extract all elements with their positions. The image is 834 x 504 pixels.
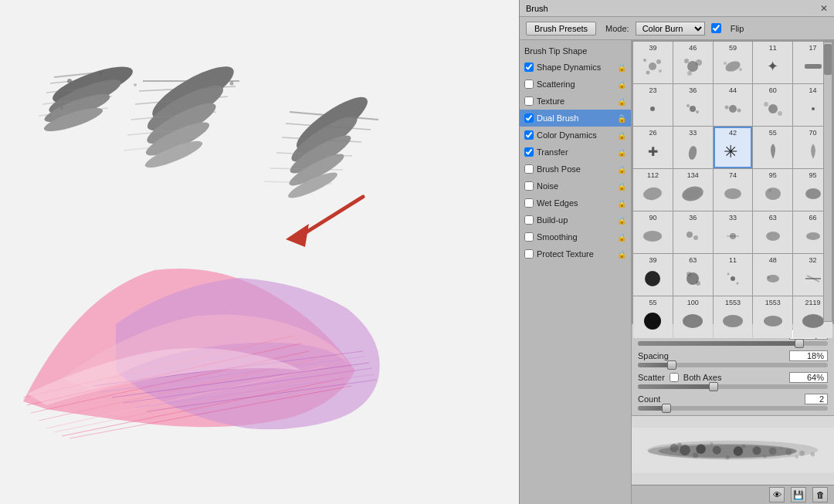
svg-point-67: [739, 68, 742, 71]
svg-text:✦: ✦: [767, 59, 778, 74]
count-slider-track[interactable]: [638, 406, 828, 411]
brush-cell[interactable]: 36: [673, 84, 713, 126]
scatter-value: 64%: [789, 372, 828, 383]
both-axes-checkbox[interactable]: [670, 373, 679, 382]
size-slider-thumb[interactable]: [795, 339, 804, 348]
brush-cell[interactable]: 134: [673, 169, 713, 211]
svg-point-120: [680, 445, 690, 456]
svg-point-113: [764, 316, 782, 326]
lock-icon: 🔒: [617, 63, 626, 72]
svg-rect-69: [805, 64, 822, 69]
scatter-slider-thumb[interactable]: [709, 382, 718, 391]
brush-cell[interactable]: 39: [633, 42, 673, 83]
save-button[interactable]: 💾: [791, 487, 806, 502]
spacing-slider-thumb[interactable]: [667, 360, 676, 370]
brush-cell[interactable]: 74: [714, 169, 753, 211]
lock-icon: 🔒: [617, 131, 626, 140]
grid-scrollbar[interactable]: [823, 42, 832, 322]
svg-point-80: [812, 107, 815, 110]
option-texture[interactable]: Texture 🔒: [520, 93, 631, 110]
svg-point-97: [806, 232, 820, 240]
svg-point-106: [767, 276, 770, 279]
brush-cell[interactable]: 11: [714, 254, 753, 296]
brush-cell[interactable]: 23: [633, 84, 673, 126]
lock-icon: 🔒: [617, 216, 626, 225]
mode-select[interactable]: Color Burn Normal Multiply Screen: [636, 22, 705, 36]
brush-cell[interactable]: 59: [714, 42, 753, 83]
option-protect-texture[interactable]: Protect Texture 🔒: [520, 245, 631, 262]
delete-button[interactable]: 🗑: [812, 487, 828, 502]
svg-point-74: [729, 105, 737, 113]
brush-cell[interactable]: 26 ✚: [633, 127, 673, 168]
brush-cell[interactable]: 90: [633, 211, 673, 253]
canvas-area[interactable]: [0, 0, 519, 504]
scatter-slider-track[interactable]: [638, 384, 828, 389]
brush-cell[interactable]: 33: [714, 211, 753, 253]
brush-cell[interactable]: 63: [673, 254, 713, 296]
scatter-slider-fill: [638, 384, 714, 389]
svg-point-70: [650, 107, 655, 111]
count-slider-thumb[interactable]: [662, 404, 671, 413]
svg-point-123: [734, 447, 743, 456]
svg-point-62: [684, 59, 689, 63]
option-wet-edges[interactable]: Wet Edges 🔒: [520, 194, 631, 211]
option-dual-brush[interactable]: Dual Brush 🔒: [520, 110, 631, 127]
option-build-up[interactable]: Build-up 🔒: [520, 211, 631, 228]
lock-icon: 🔒: [617, 250, 626, 259]
option-smoothing[interactable]: Smoothing 🔒: [520, 228, 631, 245]
scatter-label: Scatter: [638, 373, 665, 382]
lock-icon: 🔒: [617, 233, 626, 242]
brush-cell[interactable]: 112: [633, 169, 673, 211]
svg-point-92: [687, 232, 693, 238]
brush-settings: 39 46 59 11: [632, 40, 834, 504]
brush-presets-button[interactable]: Brush Presets: [526, 22, 596, 36]
svg-point-88: [765, 188, 781, 200]
brush-cell[interactable]: 100: [673, 296, 713, 338]
brush-cell[interactable]: 63: [753, 211, 792, 253]
panel-close-icon[interactable]: ✕: [820, 3, 828, 14]
option-scattering[interactable]: Scattering 🔒: [520, 76, 631, 93]
spacing-slider-track[interactable]: [638, 363, 828, 367]
brush-cell[interactable]: 95: [753, 169, 792, 211]
brush-preview-canvas: [632, 418, 834, 483]
svg-point-111: [686, 316, 700, 326]
svg-point-72: [687, 104, 690, 107]
svg-point-102: [731, 276, 735, 281]
option-brush-pose[interactable]: Brush Pose 🔒: [520, 161, 631, 178]
option-transfer[interactable]: Transfer 🔒: [520, 144, 631, 161]
brush-cell[interactable]: 1553: [753, 296, 792, 338]
panel-title: Brush: [526, 4, 548, 13]
brush-cell[interactable]: 55: [633, 296, 673, 338]
option-color-dynamics[interactable]: Color Dynamics 🔒: [520, 127, 631, 144]
brush-cell[interactable]: 60: [753, 84, 792, 126]
brush-cell[interactable]: 36: [673, 211, 713, 253]
svg-point-112: [723, 315, 743, 327]
option-noise[interactable]: Noise 🔒: [520, 178, 631, 194]
brush-cell[interactable]: 55: [753, 127, 792, 168]
svg-point-26: [230, 82, 234, 86]
brush-cell-selected[interactable]: 42 ✳: [714, 127, 753, 168]
svg-point-103: [727, 273, 729, 276]
brush-cell[interactable]: 39: [633, 254, 673, 296]
brush-cell[interactable]: 48: [753, 254, 792, 296]
svg-point-124: [753, 447, 761, 455]
svg-point-75: [724, 106, 728, 110]
svg-point-126: [785, 449, 792, 455]
brush-cell[interactable]: 44: [714, 84, 753, 126]
flip-checkbox[interactable]: [711, 23, 721, 33]
brush-cell[interactable]: 1553: [714, 296, 753, 338]
brush-cell[interactable]: 33: [673, 127, 713, 168]
option-shape-dynamics[interactable]: Shape Dynamics 🔒: [520, 59, 631, 76]
brush-cell[interactable]: 11 ✦: [753, 42, 792, 83]
lock-icon: 🔒: [617, 165, 626, 174]
svg-point-127: [799, 451, 805, 456]
brush-preview-area: [632, 415, 834, 485]
svg-point-128: [811, 452, 815, 457]
svg-point-109: [644, 313, 661, 330]
size-slider-track[interactable]: [638, 341, 828, 346]
brush-cell[interactable]: 46: [673, 42, 713, 83]
scrollbar-thumb[interactable]: [824, 44, 832, 75]
svg-point-104: [736, 282, 738, 285]
visibility-button[interactable]: 👁: [769, 487, 785, 502]
both-axes-label: Both Axes: [683, 373, 722, 382]
